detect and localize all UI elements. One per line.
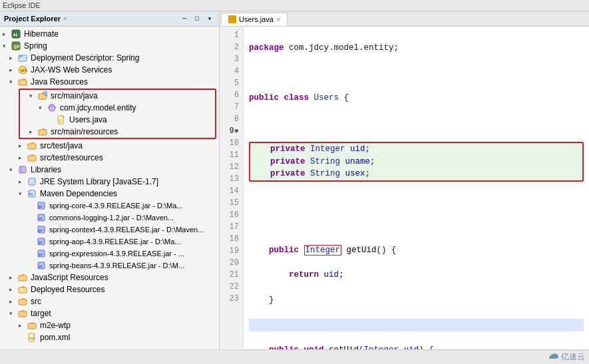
tree-item-com-jdcy[interactable]: pk com.jdcy.model.entity bbox=[20, 102, 215, 114]
tree-item-src[interactable]: src bbox=[0, 295, 219, 307]
tree-item-spring-context[interactable]: jar spring-context-4.3.9.RELEASE.jar - D… bbox=[0, 224, 219, 236]
tree-item-src-main-resources[interactable]: src/main/resources bbox=[20, 126, 215, 138]
tab-label: Users.java bbox=[239, 15, 274, 23]
window-title: Eclipse IDE bbox=[3, 1, 41, 9]
tree-item-maven[interactable]: M Maven Dependencies bbox=[0, 188, 219, 200]
src-test-resources-icon bbox=[27, 152, 37, 163]
ln16: 16 bbox=[224, 209, 239, 221]
src-main-java-label: src/main/java bbox=[51, 91, 98, 100]
tree-item-spring-core[interactable]: jar spring-core-4.3.9.RELEASE.jar - D:\M… bbox=[0, 200, 219, 212]
svg-text:M: M bbox=[29, 192, 33, 196]
highlight-box: src/main/java pk com.jdcy.model.entity J bbox=[19, 89, 216, 139]
spring-context-label: spring-context-4.3.9.RELEASE.jar - D:\Ma… bbox=[49, 226, 204, 234]
tree-item-pom-xml[interactable]: xml pom.xml bbox=[0, 331, 219, 343]
src-icon bbox=[17, 296, 28, 307]
tree-item-jre[interactable]: JRE System Library [JavaSE-1.7] bbox=[0, 176, 219, 188]
tree-item-libraries[interactable]: Libraries bbox=[0, 164, 219, 176]
commons-logging-label: commons-logging-1.2.jar - D:\Maven... bbox=[49, 214, 174, 222]
tree-item-src-test-java[interactable]: src/test/java bbox=[0, 140, 219, 152]
tab-java-icon bbox=[228, 15, 236, 23]
ln20: 20 bbox=[224, 257, 239, 269]
arrow-src-test-java bbox=[19, 142, 25, 149]
tree-item-src-test-resources[interactable]: src/test/resources bbox=[0, 152, 219, 164]
code-area[interactable]: 1 2 3 4 5 6 7 8 9● 10 11 12 13 14 15 16 … bbox=[220, 27, 589, 349]
svg-text:SP: SP bbox=[13, 45, 20, 49]
jar-spring-aop-icon: jar bbox=[36, 236, 47, 247]
target-icon bbox=[17, 308, 28, 319]
ln13: 13 bbox=[224, 173, 239, 185]
tree-item-deployment-descriptor[interactable]: Deployment Descriptor: Spring bbox=[0, 52, 219, 64]
tree-item-users-java[interactable]: J Users.java bbox=[20, 114, 215, 126]
deployment-label: Deployment Descriptor: Spring bbox=[31, 53, 139, 63]
tree-item-spring-beans[interactable]: jar spring-beans-4.3.9.RELEASE.jar - D:\… bbox=[0, 260, 219, 272]
tree-item-src-main-java[interactable]: src/main/java bbox=[20, 90, 215, 102]
tree-item-jax-ws[interactable]: WS JAX-WS Web Services bbox=[0, 64, 219, 76]
svg-rect-49 bbox=[19, 311, 27, 317]
svg-text:xml: xml bbox=[29, 336, 35, 340]
com-jdcy-label: com.jdcy.model.entity bbox=[60, 103, 136, 112]
tree-item-spring-expression[interactable]: jar spring-expression-4.3.9.RELEASE.jar … bbox=[0, 248, 219, 260]
spring-label: Spring bbox=[24, 41, 47, 51]
tree-item-hibernate[interactable]: H Hibernate bbox=[0, 28, 219, 40]
panel-close-icon[interactable]: ✕ bbox=[63, 15, 67, 23]
jax-ws-label: JAX-WS Web Services bbox=[31, 65, 112, 75]
svg-text:J: J bbox=[59, 118, 61, 122]
jar-commons-logging-icon: jar bbox=[36, 212, 47, 223]
src-test-java-label: src/test/java bbox=[40, 141, 83, 150]
code-content[interactable]: package com.jdcy.model.entity; public cl… bbox=[244, 27, 589, 349]
m2e-wtp-label: m2e-wtp bbox=[40, 321, 71, 330]
tree-item-deployed-resources[interactable]: Deployed Resources bbox=[0, 283, 219, 295]
panel-title: Project Explorer ✕ bbox=[4, 15, 67, 23]
maven-icon: M bbox=[27, 188, 37, 199]
tree-item-spring[interactable]: SP Spring bbox=[0, 40, 219, 52]
com-jdcy-icon: pk bbox=[47, 102, 57, 113]
line-numbers: 1 2 3 4 5 6 7 8 9● 10 11 12 13 14 15 16 … bbox=[220, 27, 244, 349]
src-test-resources-label: src/test/resources bbox=[40, 153, 103, 162]
spring-project-icon: SP bbox=[11, 41, 21, 51]
tab-close-icon[interactable]: × bbox=[276, 15, 280, 23]
arrow-hibernate bbox=[3, 31, 9, 37]
arrow-src-test-resources bbox=[19, 154, 25, 161]
ln10: 10 bbox=[224, 137, 239, 149]
svg-text:jar: jar bbox=[38, 204, 43, 208]
ln14: 14 bbox=[224, 185, 239, 197]
svg-rect-51 bbox=[28, 323, 36, 329]
arrow-jre bbox=[19, 178, 25, 185]
ln22: 22 bbox=[224, 281, 239, 293]
ln2: 2 bbox=[224, 41, 239, 53]
svg-text:pk: pk bbox=[50, 106, 55, 110]
code-line-12 bbox=[249, 319, 584, 331]
src-main-resources-icon bbox=[37, 126, 48, 137]
ln23: 23 bbox=[224, 293, 239, 305]
ln15: 15 bbox=[224, 197, 239, 209]
svg-rect-24 bbox=[28, 156, 36, 161]
src-test-java-icon bbox=[27, 140, 37, 151]
tree-item-commons-logging[interactable]: jar commons-logging-1.2.jar - D:\Maven..… bbox=[0, 212, 219, 224]
tree-item-java-resources[interactable]: Java Resources bbox=[0, 76, 219, 88]
tree-item-spring-aop[interactable]: jar spring-aop-4.3.9.RELEASE.jar - D:\Ma… bbox=[0, 236, 219, 248]
arrow-src-main-java bbox=[29, 92, 36, 99]
minimize-icon[interactable]: ─ bbox=[179, 13, 190, 24]
tree-item-m2e-wtp[interactable]: m2e-wtp bbox=[0, 319, 219, 331]
editor-tab-users-java[interactable]: Users.java × bbox=[221, 13, 288, 26]
deployment-icon bbox=[17, 53, 28, 63]
src-main-java-icon bbox=[37, 91, 48, 101]
spring-beans-label: spring-beans-4.3.9.RELEASE.jar - D:\M... bbox=[49, 262, 184, 270]
svg-rect-8 bbox=[19, 80, 27, 85]
arrow-maven bbox=[19, 190, 25, 197]
maximize-icon[interactable]: □ bbox=[192, 13, 202, 24]
svg-rect-22 bbox=[28, 144, 36, 149]
code-line-9: public Integer getUid() { bbox=[249, 244, 584, 257]
tree-item-javascript-resources[interactable]: JavaScript Resources bbox=[0, 272, 219, 283]
arrow-js-resources bbox=[9, 274, 16, 281]
svg-rect-20 bbox=[39, 130, 47, 135]
arrow-libraries bbox=[9, 166, 16, 173]
view-menu-icon[interactable]: ▾ bbox=[204, 13, 215, 24]
watermark-text: 亿速云 bbox=[561, 351, 585, 363]
ln3: 3 bbox=[224, 53, 239, 65]
tree-item-target[interactable]: target bbox=[0, 307, 219, 319]
code-line-1: package com.jdcy.model.entity; bbox=[249, 42, 584, 55]
ln17: 17 bbox=[224, 221, 239, 233]
jar-spring-expression-icon: jar bbox=[36, 248, 47, 259]
jre-label: JRE System Library [JavaSE-1.7] bbox=[40, 177, 158, 186]
